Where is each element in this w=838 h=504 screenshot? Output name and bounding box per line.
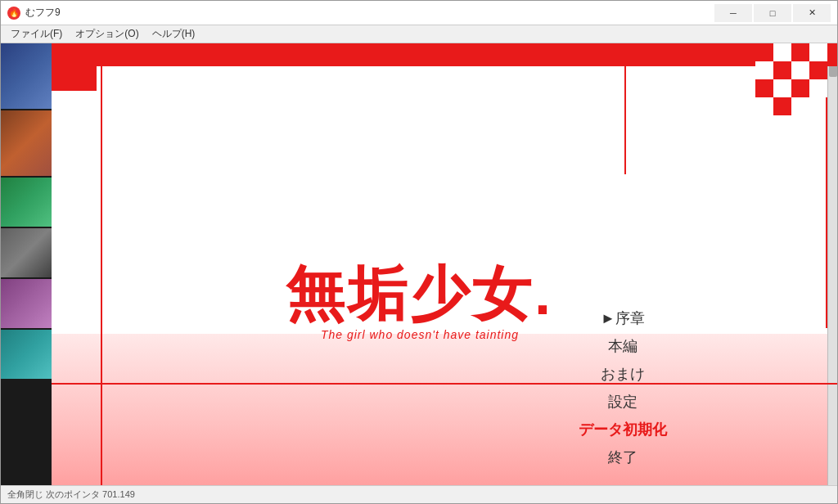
sidebar-thumb-5 bbox=[1, 279, 52, 328]
svg-rect-3 bbox=[809, 43, 827, 61]
menu-reset[interactable]: データ初期化 bbox=[572, 418, 674, 441]
pink-bottom bbox=[52, 334, 837, 485]
svg-rect-11 bbox=[809, 79, 827, 97]
menu-extra[interactable]: おまけ bbox=[594, 362, 651, 385]
svg-rect-8 bbox=[755, 79, 773, 97]
maximize-button[interactable]: □ bbox=[754, 4, 791, 22]
close-button[interactable]: ✕ bbox=[793, 4, 831, 22]
menu-options[interactable]: オプション(O) bbox=[69, 25, 145, 43]
svg-rect-6 bbox=[791, 61, 809, 79]
sidebar bbox=[1, 43, 52, 485]
menu-file[interactable]: ファイル(F) bbox=[4, 25, 69, 43]
sidebar-thumb-1 bbox=[1, 43, 52, 109]
red-top-bar bbox=[52, 43, 837, 66]
svg-rect-12 bbox=[755, 97, 773, 115]
hline-mid bbox=[52, 383, 837, 385]
menu-main[interactable]: 本編 bbox=[601, 335, 644, 358]
menu-bar: ファイル(F) オプション(O) ヘルプ(H) bbox=[1, 25, 837, 43]
menu-prologue[interactable]: ►序章 bbox=[594, 307, 651, 330]
game-subtitle: The girl who doesn't have tainting bbox=[52, 328, 788, 341]
app-icon: 🔥 bbox=[7, 7, 20, 20]
svg-rect-4 bbox=[755, 61, 773, 79]
svg-rect-10 bbox=[791, 79, 809, 97]
svg-rect-0 bbox=[755, 43, 773, 61]
title-bar-left: 🔥 むフフ9 bbox=[7, 6, 61, 20]
svg-rect-1 bbox=[773, 43, 791, 61]
sidebar-thumb-2 bbox=[1, 110, 52, 176]
kanji-title: 無垢少女. bbox=[52, 264, 788, 323]
svg-rect-13 bbox=[773, 97, 791, 115]
game-title-area: 無垢少女. The girl who doesn't have tainting bbox=[52, 264, 788, 341]
game-menu: ►序章 本編 おまけ 設定 データ初期化 終了 bbox=[572, 307, 674, 469]
main-window: 🔥 むフフ9 ─ □ ✕ ファイル(F) オプション(O) ヘルプ(H) bbox=[0, 0, 838, 504]
sidebar-thumb-4 bbox=[1, 228, 52, 277]
main-content: 無垢少女. The girl who doesn't have tainting… bbox=[1, 43, 837, 485]
window-title: むフフ9 bbox=[25, 6, 61, 20]
menu-quit[interactable]: 終了 bbox=[601, 446, 644, 469]
minimize-button[interactable]: ─ bbox=[714, 4, 752, 22]
deco-squares-top-right bbox=[755, 43, 829, 117]
sidebar-thumb-6 bbox=[1, 330, 52, 379]
red-rect-topleft bbox=[52, 66, 97, 91]
sidebar-thumb-3 bbox=[1, 178, 52, 227]
status-text: 全角閉じ 次のポインタ 701.149 bbox=[7, 488, 135, 501]
svg-rect-9 bbox=[773, 79, 791, 97]
game-area: 無垢少女. The girl who doesn't have tainting… bbox=[52, 43, 837, 485]
window-controls: ─ □ ✕ bbox=[714, 4, 831, 22]
svg-rect-2 bbox=[791, 43, 809, 61]
menu-settings[interactable]: 設定 bbox=[601, 390, 644, 413]
svg-rect-7 bbox=[809, 61, 827, 79]
svg-rect-5 bbox=[773, 61, 791, 79]
title-bar: 🔥 むフフ9 ─ □ ✕ bbox=[1, 1, 837, 25]
status-bar: 全角閉じ 次のポインタ 701.149 bbox=[1, 485, 837, 503]
menu-help[interactable]: ヘルプ(H) bbox=[146, 25, 202, 43]
